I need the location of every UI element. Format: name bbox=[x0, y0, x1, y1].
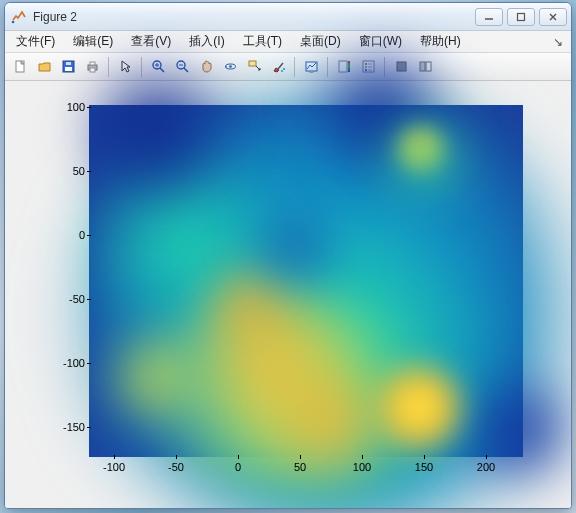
minimize-button[interactable] bbox=[475, 8, 503, 26]
y-tick: -50 bbox=[35, 293, 85, 305]
menu-insert[interactable]: 插入(I) bbox=[180, 31, 233, 52]
menu-tools[interactable]: 工具(T) bbox=[234, 31, 291, 52]
x-tick: 150 bbox=[404, 461, 444, 473]
svg-point-0 bbox=[12, 20, 15, 23]
window-title: Figure 2 bbox=[33, 10, 475, 24]
titlebar[interactable]: Figure 2 bbox=[5, 3, 571, 31]
menu-file[interactable]: 文件(F) bbox=[7, 31, 64, 52]
x-tick: 100 bbox=[342, 461, 382, 473]
x-tick: 0 bbox=[218, 461, 258, 473]
svg-line-20 bbox=[256, 66, 260, 70]
menubar: 文件(F) 编辑(E) 查看(V) 插入(I) 工具(T) 桌面(D) 窗口(W… bbox=[5, 31, 571, 53]
figure-window: Figure 2 文件(F) 编辑(E) 查看(V) 插入(I) 工具(T) 桌… bbox=[4, 2, 572, 509]
svg-rect-19 bbox=[249, 61, 256, 66]
x-tick: 50 bbox=[280, 461, 320, 473]
new-file-icon[interactable] bbox=[9, 56, 31, 78]
y-tick: 50 bbox=[35, 165, 85, 177]
svg-rect-5 bbox=[65, 67, 72, 71]
close-button[interactable] bbox=[539, 8, 567, 26]
figure-content: 100 50 0 -50 -100 -150 -100 -50 0 50 100… bbox=[5, 81, 571, 508]
menu-overflow-icon[interactable]: ↘ bbox=[547, 33, 569, 51]
y-tick: -150 bbox=[35, 421, 85, 433]
x-tick: -50 bbox=[156, 461, 196, 473]
y-tick: -100 bbox=[35, 357, 85, 369]
maximize-button[interactable] bbox=[507, 8, 535, 26]
svg-line-23 bbox=[278, 63, 283, 69]
svg-point-24 bbox=[281, 70, 283, 72]
matlab-figure-icon bbox=[11, 9, 27, 25]
x-tick: 200 bbox=[466, 461, 506, 473]
svg-point-25 bbox=[283, 68, 285, 70]
menu-view[interactable]: 查看(V) bbox=[122, 31, 180, 52]
data-cursor-icon[interactable] bbox=[243, 56, 265, 78]
axes[interactable] bbox=[89, 105, 523, 457]
open-folder-icon[interactable] bbox=[33, 56, 55, 78]
y-tick: 0 bbox=[35, 229, 85, 241]
window-controls bbox=[475, 8, 567, 26]
y-tick: 100 bbox=[35, 101, 85, 113]
svg-rect-6 bbox=[66, 62, 71, 65]
menu-edit[interactable]: 编辑(E) bbox=[64, 31, 122, 52]
svg-rect-2 bbox=[518, 13, 525, 20]
heatmap-surface bbox=[89, 105, 523, 457]
x-tick: -100 bbox=[94, 461, 134, 473]
